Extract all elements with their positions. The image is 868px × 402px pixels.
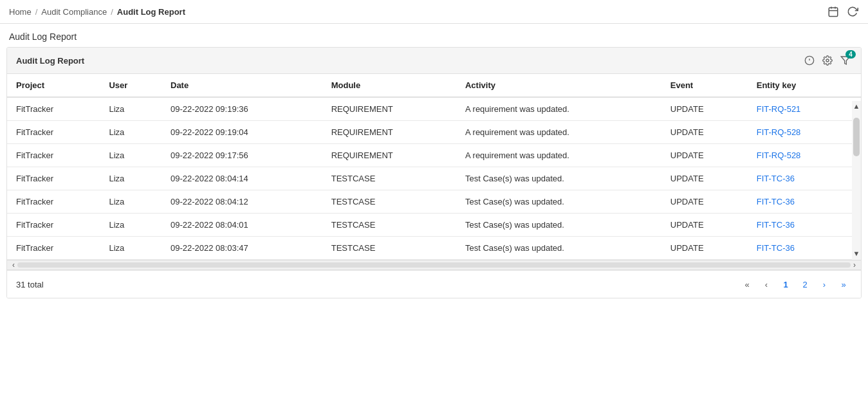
page-2-btn[interactable]: 2 [797, 276, 813, 293]
breadcrumb-current: Audit Log Report [117, 7, 185, 17]
col-user: User [100, 74, 162, 97]
breadcrumb-sep1: / [35, 7, 38, 17]
cell-user: Liza [100, 237, 162, 260]
table-row: FitTrackerLiza09-22-2022 09:17:56REQUIRE… [7, 144, 861, 167]
breadcrumb-section[interactable]: Audit Compliance [41, 7, 107, 17]
cell-activity: A requirement was updated. [456, 144, 661, 167]
report-header: Audit Log Report 4 [7, 48, 861, 74]
cell-project: FitTracker [7, 237, 100, 260]
col-project: Project [7, 74, 100, 97]
cell-project: FitTracker [7, 214, 100, 237]
report-footer: 31 total « ‹ 1 2 › » [7, 270, 861, 298]
cell-event: UPDATE [661, 97, 748, 121]
cell-entity-key[interactable]: FIT-TC-36 [748, 190, 852, 214]
col-date: Date [162, 74, 322, 97]
cell-date: 09-22-2022 09:19:04 [162, 121, 322, 144]
cell-date: 09-22-2022 08:04:01 [162, 214, 322, 237]
scroll-left-arrow[interactable]: ‹ [10, 260, 17, 270]
cell-entity-key[interactable]: FIT-TC-36 [748, 237, 852, 260]
cell-event: UPDATE [661, 190, 748, 214]
col-module: Module [322, 74, 456, 97]
cell-entity-key[interactable]: FIT-RQ-521 [748, 97, 852, 121]
vertical-scrollbar[interactable]: ▲ ▼ [852, 101, 861, 260]
top-bar: Home / Audit Compliance / Audit Log Repo… [0, 0, 868, 24]
svg-rect-0 [829, 8, 838, 17]
table-wrapper: Project User Date Module Activity Event … [7, 74, 861, 260]
cell-entity-key[interactable]: FIT-RQ-528 [748, 144, 852, 167]
cell-entity-key[interactable]: FIT-RQ-528 [748, 121, 852, 144]
cell-event: UPDATE [661, 214, 748, 237]
audit-log-table: Project User Date Module Activity Event … [7, 74, 861, 260]
cell-event: UPDATE [661, 121, 748, 144]
col-activity: Activity [456, 74, 661, 97]
cell-user: Liza [100, 190, 162, 214]
cell-user: Liza [100, 144, 162, 167]
table-row: FitTrackerLiza09-22-2022 08:03:47TESTCAS… [7, 237, 861, 260]
cell-activity: Test Case(s) was updated. [456, 214, 661, 237]
cell-project: FitTracker [7, 190, 100, 214]
cell-module: TESTCASE [322, 190, 456, 214]
col-scrollbar-spacer [852, 74, 861, 97]
scroll-right-arrow[interactable]: › [851, 260, 858, 270]
cell-date: 09-22-2022 09:17:56 [162, 144, 322, 167]
table-row: FitTrackerLiza09-22-2022 08:04:12TESTCAS… [7, 190, 861, 214]
horizontal-scrollbar-track[interactable] [17, 262, 851, 268]
cell-project: FitTracker [7, 121, 100, 144]
cell-user: Liza [100, 167, 162, 190]
refresh-icon[interactable] [846, 5, 859, 18]
scroll-thumb[interactable] [853, 118, 860, 156]
report-title: Audit Log Report [16, 56, 84, 66]
horizontal-scrollbar-row[interactable]: ‹ › [7, 260, 861, 270]
cell-module: REQUIREMENT [322, 144, 456, 167]
cell-entity-key[interactable]: FIT-TC-36 [748, 167, 852, 190]
cell-project: FitTracker [7, 97, 100, 121]
page-title: Audit Log Report [0, 24, 868, 47]
table-row: FitTrackerLiza09-22-2022 08:04:14TESTCAS… [7, 167, 861, 190]
col-event: Event [661, 74, 748, 97]
table-header-row: Project User Date Module Activity Event … [7, 74, 861, 97]
page-next-btn[interactable]: › [816, 276, 833, 293]
page-last-btn[interactable]: » [835, 276, 852, 293]
cell-module: REQUIREMENT [322, 97, 456, 121]
total-count: 31 total [16, 280, 44, 289]
breadcrumb-home[interactable]: Home [9, 7, 32, 17]
breadcrumb: Home / Audit Compliance / Audit Log Repo… [9, 7, 185, 17]
cell-activity: A requirement was updated. [456, 97, 661, 121]
cell-module: REQUIREMENT [322, 121, 456, 144]
cell-project: FitTracker [7, 144, 100, 167]
table-body-container: Project User Date Module Activity Event … [7, 74, 861, 260]
cell-date: 09-22-2022 08:04:12 [162, 190, 322, 214]
cell-entity-key[interactable]: FIT-TC-36 [748, 214, 852, 237]
filter-icon[interactable]: 4 [839, 54, 852, 67]
cell-project: FitTracker [7, 167, 100, 190]
cell-date: 09-22-2022 09:19:36 [162, 97, 322, 121]
page-prev-btn[interactable]: ‹ [758, 276, 775, 293]
cell-date: 09-22-2022 08:03:47 [162, 237, 322, 260]
filter-badge-count: 4 [845, 50, 856, 59]
svg-point-7 [826, 59, 829, 62]
table-row: FitTrackerLiza09-22-2022 08:04:01TESTCAS… [7, 214, 861, 237]
calendar-icon[interactable] [827, 5, 840, 18]
settings-icon[interactable] [821, 54, 834, 67]
cell-user: Liza [100, 97, 162, 121]
table-row: FitTrackerLiza09-22-2022 09:19:04REQUIRE… [7, 121, 861, 144]
page-first-btn[interactable]: « [739, 276, 755, 293]
cell-date: 09-22-2022 08:04:14 [162, 167, 322, 190]
cell-module: TESTCASE [322, 167, 456, 190]
pagination: « ‹ 1 2 › » [739, 276, 852, 293]
page-1-btn[interactable]: 1 [777, 276, 794, 293]
cell-activity: Test Case(s) was updated. [456, 190, 661, 214]
report-header-icons: 4 [803, 54, 852, 67]
breadcrumb-sep2: / [111, 7, 113, 17]
scroll-up-arrow[interactable]: ▲ [852, 101, 861, 111]
cell-event: UPDATE [661, 144, 748, 167]
info-icon[interactable] [803, 54, 816, 67]
cell-activity: Test Case(s) was updated. [456, 167, 661, 190]
cell-user: Liza [100, 214, 162, 237]
table-row: FitTrackerLiza09-22-2022 09:19:36REQUIRE… [7, 97, 861, 121]
cell-module: TESTCASE [322, 214, 456, 237]
top-icons [827, 5, 859, 18]
cell-module: TESTCASE [322, 237, 456, 260]
scroll-down-arrow[interactable]: ▼ [852, 248, 861, 259]
cell-event: UPDATE [661, 237, 748, 260]
